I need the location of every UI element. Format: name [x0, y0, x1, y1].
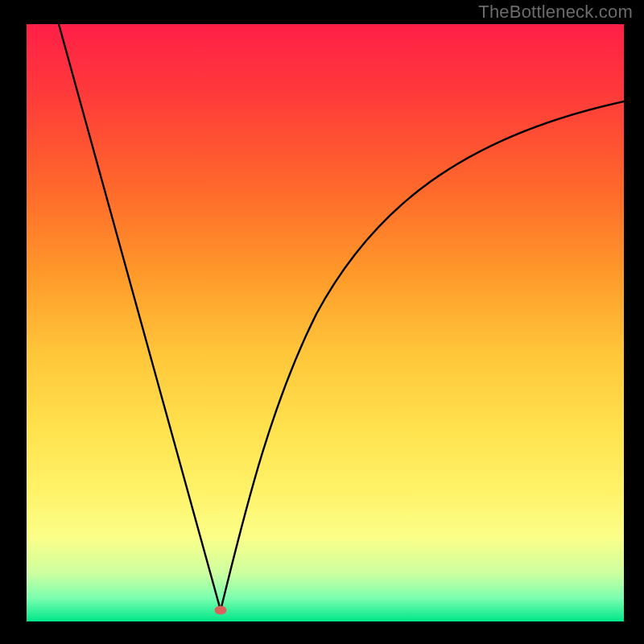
watermark-text: TheBottleneck.com: [478, 2, 633, 23]
optimum-marker: [215, 605, 227, 614]
plot-area: [27, 24, 624, 621]
curve-left-branch: [59, 24, 221, 610]
curve-right-branch: [221, 101, 624, 610]
chart-frame: TheBottleneck.com: [0, 0, 644, 644]
bottleneck-curve: [27, 24, 624, 621]
